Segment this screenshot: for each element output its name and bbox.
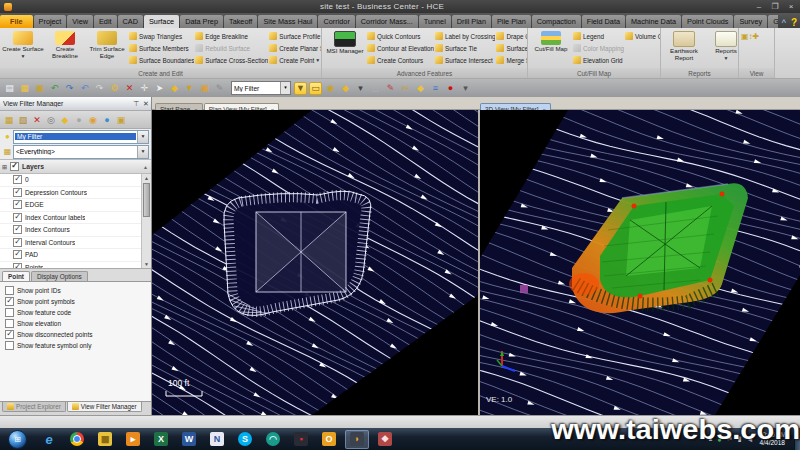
- ribbon-tab-gis[interactable]: GIS: [768, 15, 778, 28]
- ribbon-tab-drill-plan[interactable]: Drill Plan: [452, 15, 491, 28]
- snap-icon[interactable]: ▼: [183, 82, 196, 95]
- option-checkbox[interactable]: [5, 330, 14, 339]
- pin-icon[interactable]: ⊤: [131, 100, 141, 108]
- swap-triangles-button[interactable]: Swap Triangles: [128, 30, 194, 42]
- surface-texture-button[interactable]: Surface Texture: [495, 42, 527, 54]
- ribbon-collapse-icon[interactable]: ^: [782, 18, 786, 28]
- zoom-extents-icon[interactable]: ◉: [324, 82, 337, 95]
- ribbon-tab-point-clouds[interactable]: Point Clouds: [682, 15, 733, 28]
- ribbon-tab-field-data[interactable]: Field Data: [582, 15, 625, 28]
- layer-row-interval-contours[interactable]: Interval Contours: [0, 237, 141, 250]
- layer-checkbox[interactable]: [13, 225, 22, 234]
- layer-checkbox[interactable]: [13, 263, 22, 268]
- rotate-right-icon[interactable]: ↷: [93, 82, 106, 95]
- plan-view-viewport[interactable]: 100 ft: [152, 110, 478, 415]
- contour-at-elevation-button[interactable]: Contour at Elevation: [366, 42, 434, 54]
- layer-checkbox[interactable]: [13, 250, 22, 259]
- trim-surface-edge-button[interactable]: Trim Surface Edge: [86, 29, 128, 68]
- legend-button[interactable]: Legend: [572, 30, 624, 42]
- delete-filter-icon[interactable]: ✕: [30, 113, 44, 127]
- teal-app-icon[interactable]: ◠: [261, 430, 285, 449]
- business-center-icon[interactable]: ◗: [345, 430, 369, 449]
- option-show-elevation[interactable]: Show elevation: [2, 318, 151, 329]
- record-icon[interactable]: ●: [444, 82, 457, 95]
- restore-button[interactable]: ❐: [768, 2, 782, 12]
- new-project-icon[interactable]: ▤: [3, 82, 16, 95]
- find-icon[interactable]: ◎: [44, 113, 58, 127]
- elevation-grid-button[interactable]: Elevation Grid: [572, 54, 624, 66]
- view-pane-icon[interactable]: ▣: [741, 30, 749, 42]
- ribbon-tab-survey[interactable]: Survey: [734, 15, 767, 28]
- surface-tool-icon[interactable]: ◆: [414, 82, 427, 95]
- minimize-button[interactable]: –: [752, 2, 766, 12]
- ribbon-tab-site-mass-haul[interactable]: Site Mass Haul: [258, 15, 317, 28]
- view-filter-icon[interactable]: ▼: [294, 82, 307, 95]
- layer-checkbox[interactable]: [13, 188, 22, 197]
- volume-grid-button[interactable]: Volume Grid: [624, 30, 660, 42]
- chevron-down-icon[interactable]: ▼: [137, 131, 148, 143]
- panel-tab-view-filter-manager[interactable]: View Filter Manager: [67, 402, 142, 412]
- ribbon-tab-corridor-mass[interactable]: Corridor Mass...: [356, 15, 418, 28]
- create-breakline-button[interactable]: Create Breakline: [44, 29, 86, 68]
- layers-icon[interactable]: ◆: [168, 82, 181, 95]
- layers-scrollbar[interactable]: ▲ ▼: [141, 174, 151, 268]
- surface-intersect-button[interactable]: Surface Intersect: [434, 54, 495, 66]
- word-icon[interactable]: W: [177, 430, 201, 449]
- label-by-crossing-button[interactable]: Label by Crossing: [434, 30, 495, 42]
- three-d-view-viewport[interactable]: VE: 1.0: [480, 110, 800, 415]
- explorer-folder-icon[interactable]: ▦: [93, 430, 117, 449]
- dropdown-icon[interactable]: ▾: [354, 82, 367, 95]
- chrome-icon[interactable]: [65, 430, 89, 449]
- panel-tab-project-explorer[interactable]: Project Explorer: [2, 402, 66, 412]
- layer-checkbox[interactable]: [13, 200, 22, 209]
- help-icon[interactable]: ?: [791, 17, 797, 28]
- cogo-triangle-icon[interactable]: △: [369, 82, 382, 95]
- tools-icon[interactable]: ✂: [399, 82, 412, 95]
- ribbon-tab-machine-data[interactable]: Machine Data: [626, 15, 681, 28]
- tab-display-options[interactable]: Display Options: [31, 271, 88, 281]
- option-checkbox[interactable]: [5, 341, 14, 350]
- ribbon-tab-data-prep[interactable]: Data Prep: [180, 15, 223, 28]
- layer-row-depression-contours[interactable]: Depression Contours: [0, 187, 141, 200]
- quick-contours-button[interactable]: Quick Contours: [366, 30, 434, 42]
- option-show-feature-code[interactable]: Show feature code: [2, 307, 151, 318]
- excel-icon[interactable]: X: [149, 430, 173, 449]
- create-planar-surface-button[interactable]: Create Planar Surface: [268, 42, 321, 54]
- measure-pencil-icon[interactable]: ✎: [213, 82, 226, 95]
- selection-set-icon[interactable]: ▭: [309, 82, 322, 95]
- open-project-icon[interactable]: ▦: [18, 82, 31, 95]
- settings-gear-icon[interactable]: ⚙: [108, 82, 121, 95]
- surface-profile-button[interactable]: Surface Profile: [268, 30, 321, 42]
- ribbon-tab-surface[interactable]: Surface: [144, 15, 179, 28]
- layers-checkbox[interactable]: [10, 162, 19, 171]
- internet-explorer-icon[interactable]: e: [37, 430, 61, 449]
- layer-checkbox[interactable]: [13, 238, 22, 247]
- ribbon-tab-edit[interactable]: Edit: [94, 15, 117, 28]
- start-button[interactable]: ⊞: [8, 430, 27, 449]
- option-show-disconnected-points[interactable]: Show disconnected points: [2, 329, 151, 340]
- layer-checkbox[interactable]: [13, 175, 22, 184]
- grid-icon[interactable]: ▣: [114, 113, 128, 127]
- ribbon-tab-compaction[interactable]: Compaction: [532, 15, 581, 28]
- globe-icon[interactable]: ●: [100, 113, 114, 127]
- layer-row-edge[interactable]: EDGE: [0, 199, 141, 212]
- edge-breakline-button[interactable]: Edge Breakline: [194, 30, 268, 42]
- notes-app-icon[interactable]: N: [205, 430, 229, 449]
- ribbon-tab-project[interactable]: Project: [34, 15, 67, 28]
- redo-icon[interactable]: ↷: [63, 82, 76, 95]
- option-checkbox[interactable]: [5, 308, 14, 317]
- pen-icon[interactable]: ✎: [384, 82, 397, 95]
- paint-icon[interactable]: ◆: [339, 82, 352, 95]
- surface-tie-button[interactable]: Surface Tie: [434, 42, 495, 54]
- display-app-icon[interactable]: ▪: [289, 430, 313, 449]
- tab-point[interactable]: Point: [2, 271, 30, 281]
- chevron-down-icon[interactable]: ▼: [137, 146, 148, 158]
- skype-icon[interactable]: S: [233, 430, 257, 449]
- zoom-filter-icon[interactable]: ◉: [86, 113, 100, 127]
- delete-icon[interactable]: ✕: [123, 82, 136, 95]
- option-show-point-symbols[interactable]: Show point symbols: [2, 296, 151, 307]
- surface-members-button[interactable]: Surface Members: [128, 42, 194, 54]
- option-checkbox[interactable]: [5, 286, 14, 295]
- layer-checkbox[interactable]: [13, 213, 22, 222]
- msi-manager-button[interactable]: MSI Manager: [324, 29, 366, 68]
